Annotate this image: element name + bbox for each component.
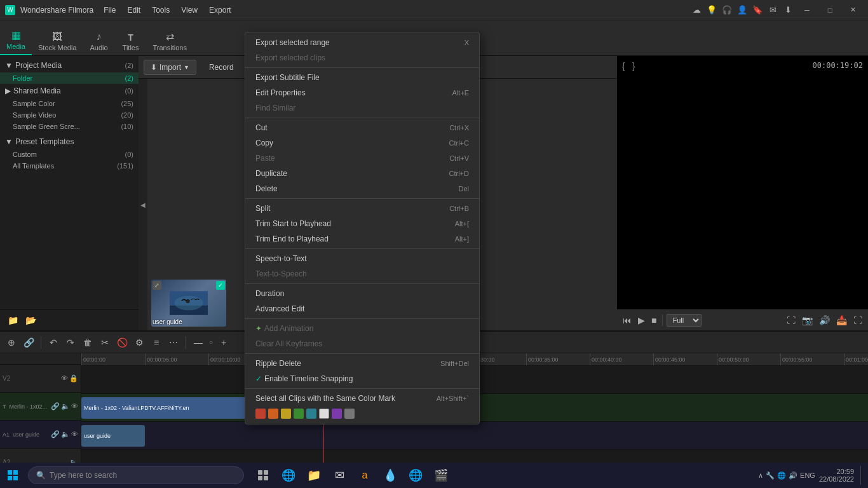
taskbar-app-task-view[interactable]	[252, 464, 275, 487]
timeline-zoom-out-button[interactable]: —	[191, 335, 206, 350]
color-mark-gray[interactable]	[344, 409, 355, 419]
taskbar-app-filmora[interactable]: 🎬	[430, 464, 452, 487]
search-bar[interactable]: 🔍 Type here to search	[28, 466, 244, 484]
taskbar-app-edge[interactable]: 🌐	[277, 464, 300, 487]
track-v2-eye-icon[interactable]: 👁	[61, 374, 68, 383]
tab-titles[interactable]: T Titles	[115, 29, 147, 55]
timeline-cut-button[interactable]: ✂	[97, 335, 112, 350]
timeline-zoom-in-button[interactable]: +	[216, 335, 231, 350]
email-icon[interactable]: ✉	[766, 4, 779, 17]
preview-skip-back-icon[interactable]: ⏮	[621, 314, 634, 327]
folder-item[interactable]: Folder (2)	[0, 72, 139, 84]
preview-play-icon[interactable]: ▶	[636, 314, 647, 327]
color-mark-yellow[interactable]	[281, 409, 291, 419]
chevron-up-icon[interactable]: ∧	[758, 471, 763, 480]
timeline-delete-button[interactable]: 🗑	[80, 335, 95, 350]
taskbar-app-mail[interactable]: ✉	[328, 464, 351, 487]
ctx-cut[interactable]: Cut Ctrl+X	[245, 120, 479, 135]
track-a1-eye-icon[interactable]: 👁	[71, 430, 78, 438]
network-icon[interactable]: 🌐	[777, 471, 786, 480]
timeline-snap-button[interactable]: ⋯	[166, 335, 181, 350]
timeline-redo-button[interactable]: ↷	[63, 335, 78, 350]
timeline-add-track-button[interactable]: ⊕	[4, 335, 19, 350]
color-mark-green[interactable]	[294, 409, 304, 419]
video-thumbnail[interactable]: ✓ user guide ⤢	[151, 280, 226, 327]
preview-save-icon[interactable]: 📥	[834, 314, 849, 327]
record-button[interactable]: Record	[201, 60, 241, 74]
lightbulb-icon[interactable]: 💡	[705, 4, 718, 17]
track-v1-mute-icon[interactable]: 🔈	[61, 402, 70, 410]
start-button[interactable]	[3, 465, 23, 485]
maximize-button[interactable]: □	[820, 4, 840, 17]
clock[interactable]: 20:59 22/08/2022	[819, 468, 854, 483]
color-mark-red[interactable]	[255, 409, 266, 419]
ctx-select-same-color[interactable]: Select all Clips with the Same Color Mar…	[245, 391, 479, 406]
color-mark-teal[interactable]	[306, 409, 316, 419]
taskbar-app-dropbox[interactable]: 💧	[379, 464, 402, 487]
avatar-icon[interactable]: 👤	[736, 4, 749, 17]
menu-export[interactable]: Export	[204, 4, 236, 16]
taskbar-app-explorer[interactable]: 📁	[302, 464, 325, 487]
ctx-split[interactable]: Split Ctrl+B	[245, 201, 479, 216]
project-media-header[interactable]: ▼ Project Media (2)	[0, 58, 139, 72]
minimize-button[interactable]: ─	[797, 4, 817, 17]
custom-item[interactable]: Custom (0)	[0, 149, 139, 160]
shared-media-header[interactable]: ▶ Shared Media (0)	[0, 84, 139, 98]
preset-templates-header[interactable]: ▼ Preset Templates	[0, 135, 139, 149]
menu-tools[interactable]: Tools	[147, 4, 175, 16]
preview-fit-icon[interactable]: ⛶	[785, 314, 797, 327]
close-button[interactable]: ✕	[843, 4, 863, 17]
color-mark-purple[interactable]	[332, 409, 342, 419]
timeline-adjust-button[interactable]: ⚙	[132, 335, 147, 350]
ctx-ripple-delete[interactable]: Ripple Delete Shift+Del	[245, 356, 479, 371]
ctx-copy[interactable]: Copy Ctrl+C	[245, 135, 479, 151]
color-mark-white[interactable]	[319, 409, 329, 419]
ctx-duration[interactable]: Duration	[245, 286, 479, 301]
tab-transitions[interactable]: ⇄ Transitions	[147, 27, 193, 55]
headset-icon[interactable]: 🎧	[721, 4, 733, 17]
tab-media[interactable]: ▦ Media	[0, 25, 32, 55]
taskbar-app-amazon[interactable]: a	[353, 464, 376, 487]
timeline-audio-button[interactable]: ≡	[149, 335, 164, 350]
ctx-edit-properties[interactable]: Edit Properties Alt+E	[245, 85, 479, 100]
ctx-export-range[interactable]: Export selected range X	[245, 35, 479, 50]
preview-volume-icon[interactable]: 🔊	[817, 314, 832, 327]
sample-green-item[interactable]: Sample Green Scre... (10)	[0, 121, 139, 132]
sample-video-item[interactable]: Sample Video (20)	[0, 109, 139, 121]
color-mark-orange[interactable]	[268, 409, 278, 419]
timeline-undo-button[interactable]: ↶	[46, 335, 61, 350]
track-row-a1[interactable]: user guide	[81, 422, 868, 450]
menu-file[interactable]: File	[98, 4, 121, 16]
ctx-trim-start[interactable]: Trim Start to Playhead Alt+[	[245, 216, 479, 231]
bookmark-icon[interactable]: 🔖	[751, 4, 764, 17]
zoom-select[interactable]: Full 75% 50% 25%	[667, 314, 702, 327]
ctx-advanced-edit[interactable]: Advanced Edit	[245, 301, 479, 316]
timeline-link-button[interactable]: 🔗	[21, 335, 36, 350]
track-v1-eye-icon[interactable]: 👁	[71, 402, 78, 410]
menu-edit[interactable]: Edit	[123, 4, 146, 16]
tab-audio[interactable]: ♪ Audio	[83, 27, 115, 55]
preview-stop-icon[interactable]: ■	[649, 314, 658, 327]
scroll-left-button[interactable]: ◀	[139, 79, 147, 330]
open-folder-button[interactable]: 📂	[23, 313, 38, 328]
all-templates-item[interactable]: All Templates (151)	[0, 160, 139, 172]
show-desktop-button[interactable]	[860, 466, 863, 485]
track-v1-link-icon[interactable]: 🔗	[51, 402, 60, 410]
timeline-disable-button[interactable]: 🚫	[114, 335, 130, 350]
ctx-delete[interactable]: Delete Del	[245, 181, 479, 196]
sample-color-item[interactable]: Sample Color (25)	[0, 98, 139, 109]
download-icon[interactable]: ⬇	[782, 4, 794, 17]
ctx-speech-to-text[interactable]: Speech-to-Text	[245, 251, 479, 266]
track-a1-link-icon[interactable]: 🔗	[51, 430, 60, 438]
menu-view[interactable]: View	[176, 4, 203, 16]
taskbar-app-globe[interactable]: 🌐	[404, 464, 427, 487]
ctx-trim-end[interactable]: Trim End to Playhead Alt+]	[245, 231, 479, 247]
clip-a1-userguide[interactable]: user guide	[81, 425, 145, 447]
volume-tray-icon[interactable]: 🔊	[789, 471, 797, 480]
tab-stock-media[interactable]: 🖼 Stock Media	[32, 27, 83, 55]
import-button[interactable]: ⬇ Import ▼	[144, 60, 196, 75]
ctx-export-subtitle[interactable]: Export Subtitle File	[245, 70, 479, 85]
ctx-duplicate[interactable]: Duplicate Ctrl+D	[245, 166, 479, 181]
track-v2-lock-icon[interactable]: 🔒	[69, 374, 78, 383]
track-a1-mute-icon[interactable]: 🔈	[61, 430, 70, 438]
